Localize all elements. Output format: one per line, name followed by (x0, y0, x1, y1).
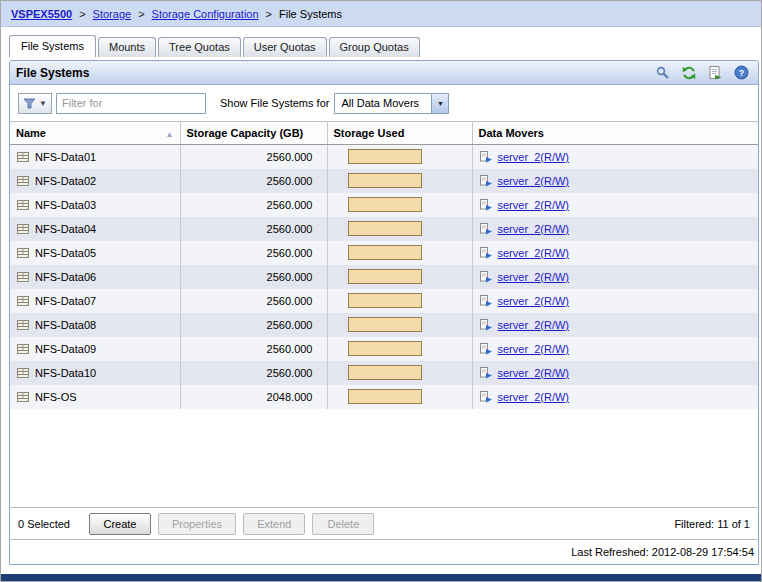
table-row[interactable]: NFS-Data01 2560.000 server_2(R/W) (10, 145, 758, 169)
tab-tree-quotas[interactable]: Tree Quotas (158, 37, 241, 57)
storage-used-bar (348, 365, 422, 380)
filter-input[interactable] (56, 93, 206, 114)
data-mover-icon (479, 270, 493, 284)
data-mover-icon (479, 294, 493, 308)
filesystem-name: NFS-OS (35, 391, 77, 403)
data-mover-link[interactable]: server_2(R/W) (498, 343, 570, 355)
bottom-gap (1, 565, 761, 574)
filesystem-icon (16, 318, 30, 332)
breadcrumb-current: File Systems (279, 8, 342, 20)
filesystem-capacity: 2560.000 (180, 289, 327, 313)
tab-mounts[interactable]: Mounts (98, 37, 156, 57)
help-icon[interactable]: ? (732, 64, 750, 81)
chevron-down-icon: ▼ (39, 99, 47, 108)
breadcrumb: VSPEX5500 > Storage > Storage Configurat… (1, 1, 761, 27)
filesystem-capacity: 2560.000 (180, 337, 327, 361)
export-icon[interactable] (706, 64, 724, 81)
filesystem-capacity: 2560.000 (180, 313, 327, 337)
filesystem-name: NFS-Data02 (35, 175, 96, 187)
breadcrumb-separator: > (138, 8, 144, 20)
filesystem-name: NFS-Data03 (35, 199, 96, 211)
storage-used-bar (348, 293, 422, 308)
sort-ascending-icon: ▲ (166, 130, 174, 139)
refresh-icon[interactable] (680, 64, 698, 81)
table-row[interactable]: NFS-Data07 2560.000 server_2(R/W) (10, 289, 758, 313)
table-row[interactable]: NFS-Data03 2560.000 server_2(R/W) (10, 193, 758, 217)
data-mover-link[interactable]: server_2(R/W) (498, 367, 570, 379)
filesystem-icon (16, 270, 30, 284)
data-mover-icon (479, 318, 493, 332)
filesystem-icon (16, 174, 30, 188)
column-header-storage-used[interactable]: Storage Used (327, 122, 472, 145)
filesystem-capacity: 2560.000 (180, 145, 327, 169)
properties-button: Properties (158, 513, 236, 535)
storage-used-bar (348, 341, 422, 356)
data-mover-link[interactable]: server_2(R/W) (498, 271, 570, 283)
filesystem-capacity: 2560.000 (180, 265, 327, 289)
data-mover-icon (479, 150, 493, 164)
filter-menu-button[interactable]: ▼ (18, 93, 52, 114)
filesystem-capacity: 2048.000 (180, 385, 327, 409)
last-refreshed-text: Last Refreshed: 2012-08-29 17:54:54 (571, 546, 754, 558)
data-mover-link[interactable]: server_2(R/W) (498, 223, 570, 235)
extend-button: Extend (243, 513, 305, 535)
data-mover-link[interactable]: server_2(R/W) (498, 151, 570, 163)
filesystem-name: NFS-Data10 (35, 367, 96, 379)
tab-strip: File Systems Mounts Tree Quotas User Quo… (1, 27, 761, 57)
filesystem-icon (16, 342, 30, 356)
column-header-name-label: Name (16, 127, 46, 139)
table-row[interactable]: NFS-Data10 2560.000 server_2(R/W) (10, 361, 758, 385)
window: VSPEX5500 > Storage > Storage Configurat… (0, 0, 762, 582)
table-row[interactable]: NFS-Data08 2560.000 server_2(R/W) (10, 313, 758, 337)
filesystem-capacity: 2560.000 (180, 169, 327, 193)
tab-file-systems[interactable]: File Systems (9, 35, 96, 57)
data-mover-icon (479, 198, 493, 212)
data-mover-link[interactable]: server_2(R/W) (498, 391, 570, 403)
tab-user-quotas[interactable]: User Quotas (243, 37, 327, 57)
table-row[interactable]: NFS-Data09 2560.000 server_2(R/W) (10, 337, 758, 361)
column-header-data-movers[interactable]: Data Movers (472, 122, 758, 145)
storage-used-bar (348, 317, 422, 332)
filesystem-name: NFS-Data04 (35, 223, 96, 235)
storage-used-bar (348, 269, 422, 284)
filesystem-capacity: 2560.000 (180, 241, 327, 265)
status-bar: Last Refreshed: 2012-08-29 17:54:54 (10, 539, 758, 564)
show-filesystems-label: Show File Systems for (220, 97, 329, 109)
table-row[interactable]: NFS-Data02 2560.000 server_2(R/W) (10, 169, 758, 193)
breadcrumb-link-vspex5500[interactable]: VSPEX5500 (11, 8, 72, 20)
filesystem-icon (16, 150, 30, 164)
create-button[interactable]: Create (89, 513, 151, 535)
table-row[interactable]: NFS-Data05 2560.000 server_2(R/W) (10, 241, 758, 265)
breadcrumb-separator: > (79, 8, 85, 20)
table-header-row: Name ▲ Storage Capacity (GB) Storage Use… (10, 122, 758, 145)
data-mover-icon (479, 342, 493, 356)
data-mover-link[interactable]: server_2(R/W) (498, 175, 570, 187)
tab-group-quotas[interactable]: Group Quotas (329, 37, 420, 57)
filter-bar: ▼ Show File Systems for All Data Movers … (10, 85, 758, 121)
chevron-down-icon: ▼ (431, 94, 448, 113)
data-mover-icon (479, 246, 493, 260)
filesystem-capacity: 2560.000 (180, 217, 327, 241)
data-mover-link[interactable]: server_2(R/W) (498, 319, 570, 331)
column-header-name[interactable]: Name ▲ (10, 122, 180, 145)
data-mover-icon (479, 366, 493, 380)
data-mover-link[interactable]: server_2(R/W) (498, 247, 570, 259)
table-row[interactable]: NFS-Data06 2560.000 server_2(R/W) (10, 265, 758, 289)
tools-icon[interactable] (654, 64, 672, 81)
table-row[interactable]: NFS-OS 2048.000 server_2(R/W) (10, 385, 758, 409)
data-mover-link[interactable]: server_2(R/W) (498, 295, 570, 307)
table-row[interactable]: NFS-Data04 2560.000 server_2(R/W) (10, 217, 758, 241)
column-header-storage-capacity[interactable]: Storage Capacity (GB) (180, 122, 327, 145)
storage-used-bar (348, 149, 422, 164)
data-mover-select[interactable]: All Data Movers ▼ (334, 93, 449, 114)
storage-used-bar (348, 221, 422, 236)
breadcrumb-link-storage[interactable]: Storage (93, 8, 132, 20)
filesystem-table: Name ▲ Storage Capacity (GB) Storage Use… (10, 121, 758, 409)
svg-text:?: ? (738, 68, 744, 78)
window-bottom-bar (1, 574, 761, 581)
data-mover-icon (479, 222, 493, 236)
filesystem-name: NFS-Data05 (35, 247, 96, 259)
breadcrumb-link-storage-configuration[interactable]: Storage Configuration (152, 8, 259, 20)
filesystem-capacity: 2560.000 (180, 193, 327, 217)
data-mover-link[interactable]: server_2(R/W) (498, 199, 570, 211)
